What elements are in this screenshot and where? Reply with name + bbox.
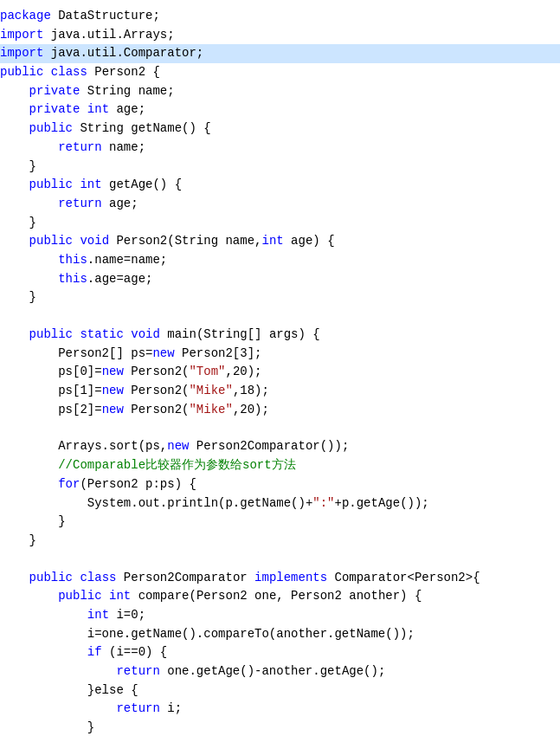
code-token: [43, 65, 50, 79]
code-line: return name;: [0, 139, 560, 158]
code-token: this: [58, 253, 87, 267]
code-token: [0, 701, 116, 715]
code-token: (ps,: [138, 439, 168, 453]
code-token: i;: [160, 701, 182, 715]
line-content: int i=0;: [0, 606, 145, 625]
line-content: package DataStructure;: [0, 7, 160, 26]
code-token: static: [80, 327, 123, 341]
code-token: public: [29, 571, 73, 584]
code-token: main(String[] args) {: [160, 327, 320, 341]
code-line: import java.util.Comparator;: [0, 44, 560, 63]
code-line: public class Person2 {: [0, 63, 560, 82]
line-content: this.age=age;: [0, 270, 152, 289]
code-token: age: [291, 234, 312, 248]
code-line: }: [0, 288, 560, 307]
code-line: ps[0]=new Person2("Tom",20);: [0, 363, 560, 382]
code-token: package: [0, 9, 51, 23]
line-content: return name;: [0, 139, 145, 158]
code-line: return i;: [0, 700, 560, 719]
line-content: return one.getAge()-another.getAge();: [0, 662, 385, 681]
code-token: [0, 253, 58, 267]
code-line: for(Person2 p:ps) {: [0, 475, 560, 494]
code-line: return age;: [0, 195, 560, 214]
code-line: int i=0;: [0, 606, 560, 625]
code-token: Person2Comparator: [116, 571, 254, 584]
code-token: sort: [109, 439, 138, 453]
code-line: import java.util.Arrays;: [0, 26, 560, 45]
line-content: }: [0, 158, 36, 177]
code-token: ,18);: [233, 384, 269, 397]
code-token: new: [102, 365, 124, 378]
line-content: public void Person2(String name,int age)…: [0, 232, 335, 251]
code-token: +p.getAge());: [335, 496, 429, 510]
code-token: one.getAge()-another.getAge();: [160, 664, 385, 678]
code-token: i=one.getName().compareTo(another.getNam…: [0, 627, 415, 641]
code-token: }: [0, 533, 36, 547]
code-line: //Comparable比较器作为参数给sort方法: [0, 456, 560, 475]
code-line: public void Person2(String name,int age)…: [0, 232, 560, 251]
code-line: }: [0, 214, 560, 233]
code-token: class: [51, 65, 87, 79]
code-token: String name;: [80, 84, 174, 98]
code-token: for: [58, 477, 80, 491]
code-token: Comparator<Person2>{: [327, 571, 480, 584]
code-token: getAge() {: [102, 178, 182, 191]
code-token: Person2(: [124, 403, 190, 416]
code-token: [0, 477, 58, 491]
code-line: private String name;: [0, 82, 560, 101]
code-line: Person2[] ps=new Person2[3];: [0, 345, 560, 364]
line-content: return age;: [0, 195, 138, 214]
code-token: DataStructure;: [51, 9, 160, 23]
code-token: }: [0, 514, 66, 528]
code-token: out: [138, 496, 160, 510]
code-line: public int compare(Person2 one, Person2 …: [0, 587, 560, 606]
code-token: [0, 121, 29, 135]
code-token: public: [0, 65, 43, 79]
code-token: .println(p.getName()+: [160, 496, 312, 510]
code-token: return: [58, 197, 101, 210]
code-line: }: [0, 719, 560, 736]
code-token: [0, 178, 29, 191]
code-token: int: [87, 102, 109, 116]
code-token: implements: [254, 571, 327, 584]
code-line: }else {: [0, 681, 560, 700]
code-line: if (i==0) {: [0, 643, 560, 662]
code-token: return: [116, 701, 159, 715]
code-token: public: [29, 178, 73, 191]
code-token: name: [225, 234, 254, 248]
line-content: this.name=name;: [0, 251, 167, 270]
code-token: this: [58, 272, 87, 286]
code-line: this.name=name;: [0, 251, 560, 270]
code-token: [0, 571, 29, 584]
code-token: Person2(: [124, 365, 190, 378]
line-content: for(Person2 p:ps) {: [0, 475, 196, 494]
line-content: public int getAge() {: [0, 176, 182, 195]
code-token: i=0;: [109, 608, 145, 622]
line-content: }else {: [0, 681, 138, 700]
code-line: [0, 307, 560, 326]
code-token: import: [0, 46, 43, 60]
code-token: ps[0]=: [0, 365, 102, 378]
code-token: System.: [0, 496, 138, 510]
code-token: [0, 102, 29, 116]
code-token: [80, 102, 87, 116]
code-token: //Comparable比较器作为参数给sort方法: [58, 458, 295, 472]
code-token: }: [0, 159, 36, 173]
code-token: Person2 {: [87, 65, 160, 79]
code-block: package DataStructure;import java.util.A…: [0, 0, 560, 736]
code-token: ) {: [312, 234, 334, 248]
code-token: [0, 234, 29, 248]
code-token: Person2Comparator());: [189, 439, 349, 453]
line-content: Person2[] ps=new Person2[3];: [0, 345, 261, 364]
code-token: new: [102, 403, 124, 416]
code-line: Arrays.sort(ps,new Person2Comparator());: [0, 437, 560, 456]
code-token: private: [29, 84, 80, 98]
line-content: public String getName() {: [0, 119, 211, 139]
code-line: }: [0, 513, 560, 532]
code-token: [0, 197, 58, 210]
code-token: [0, 664, 116, 678]
code-line: ps[1]=new Person2("Mike",18);: [0, 382, 560, 401]
code-token: .age=age;: [87, 272, 153, 286]
code-token: Person2(: [124, 384, 190, 397]
code-token: new: [102, 384, 124, 397]
